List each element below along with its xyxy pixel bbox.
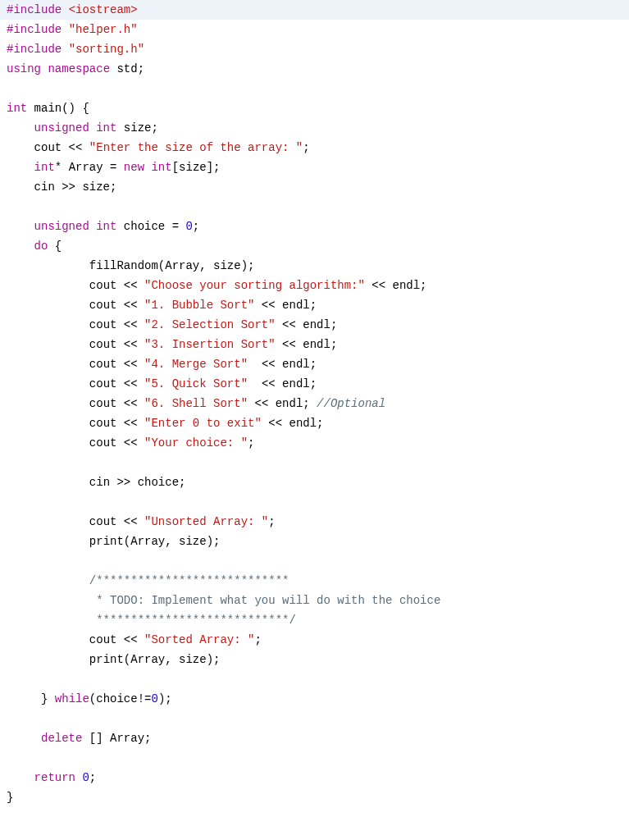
identifier: [size]; (172, 161, 221, 174)
code-line-23: cout << "Your choice: "; (0, 433, 629, 453)
code-line-3: #include "sorting.h" (0, 39, 629, 59)
code-line-blank (0, 709, 629, 728)
code-line-14: fillRandom(Array, size); (0, 256, 629, 276)
code-line-8: cout << "Enter the size of the array: "; (0, 138, 629, 158)
code-line-10: cin >> size; (0, 177, 629, 197)
code-line-blank (0, 197, 629, 217)
code-line-20: cout << "5. Quick Sort" << endl; (0, 374, 629, 394)
identifier: cout << (89, 279, 144, 292)
code-line-16: cout << "1. Bubble Sort" << endl; (0, 295, 629, 315)
code-line-38: delete [] Array; (0, 728, 629, 748)
keyword: new (124, 161, 152, 174)
string-literal: "4. Merge Sort" (144, 358, 248, 371)
code-line-17: cout << "2. Selection Sort" << endl; (0, 315, 629, 335)
keyword: do (34, 240, 55, 253)
identifier: (choice!= (89, 692, 152, 705)
keyword: while (55, 692, 89, 705)
identifier: print(Array, size); (89, 653, 221, 666)
preprocessor: #include (7, 3, 69, 16)
identifier: choice = (124, 220, 186, 233)
comment: * TODO: Implement what you will do with … (96, 594, 440, 607)
identifier: cout << (89, 358, 144, 371)
code-line-21: cout << "6. Shell Sort" << endl; //Optio… (0, 394, 629, 413)
code-line-27: cout << "Unsorted Array: "; (0, 512, 629, 532)
identifier: cout << (89, 338, 144, 351)
identifier: cout << (89, 417, 144, 430)
identifier: * Array = (55, 161, 124, 174)
identifier: cout << (89, 397, 144, 410)
code-block: #include <iostream> #include "helper.h" … (0, 0, 629, 807)
identifier: cout << (89, 515, 144, 528)
number-literal: 0 (151, 692, 157, 705)
comment: //Optional (317, 397, 385, 410)
identifier: fillRandom(Array, size); (89, 259, 255, 272)
identifier: cout << (89, 436, 144, 450)
code-line-30: /**************************** (0, 571, 629, 591)
code-line-25: cin >> choice; (0, 472, 629, 492)
string-literal: "Sorted Array: " (144, 633, 254, 646)
identifier: cout << (89, 633, 144, 646)
code-line-40: return 0; (0, 768, 629, 788)
include-target: "helper.h" (69, 23, 138, 36)
string-literal: "3. Insertion Sort" (144, 338, 276, 351)
code-line-32: ****************************/ (0, 610, 629, 630)
keyword: return (34, 771, 83, 784)
code-line-7: unsigned int size; (0, 118, 629, 138)
identifier: print(Array, size); (89, 535, 221, 548)
identifier: main() { (34, 102, 89, 115)
code-line-36: } while(choice!=0); (0, 689, 629, 709)
identifier: cin >> choice; (89, 476, 186, 489)
identifier: std; (116, 62, 144, 75)
identifier: cout << (34, 141, 89, 154)
code-line-6: int main() { (0, 98, 629, 118)
string-literal: "1. Bubble Sort" (144, 299, 254, 312)
code-line-blank (0, 748, 629, 768)
keyword: delete (41, 732, 89, 745)
code-line-blank (0, 79, 629, 98)
type: unsigned int (34, 220, 124, 233)
number-literal: 0 (185, 220, 192, 233)
code-line-19: cout << "4. Merge Sort" << endl; (0, 354, 629, 374)
code-line-33: cout << "Sorted Array: "; (0, 630, 629, 650)
keyword: namespace (48, 62, 116, 75)
code-line-blank (0, 492, 629, 512)
code-line-9: int* Array = new int[size]; (0, 158, 629, 177)
type: int (151, 161, 171, 174)
code-line-18: cout << "3. Insertion Sort" << endl; (0, 335, 629, 354)
code-line-blank (0, 669, 629, 689)
string-literal: "2. Selection Sort" (144, 318, 276, 331)
code-line-4: using namespace std; (0, 59, 629, 79)
code-line-22: cout << "Enter 0 to exit" << endl; (0, 413, 629, 433)
code-line-12: unsigned int choice = 0; (0, 217, 629, 236)
code-line-28: print(Array, size); (0, 532, 629, 551)
identifier: size; (124, 121, 158, 135)
keyword: using (7, 62, 48, 75)
code-line-41: } (0, 788, 629, 807)
string-literal: "6. Shell Sort" (144, 397, 248, 410)
string-literal: "Choose your sorting algorithm:" (144, 279, 365, 292)
comment: ****************************/ (96, 614, 296, 627)
identifier: [] Array; (89, 732, 152, 745)
code-line-13: do { (0, 236, 629, 256)
include-target: "sorting.h" (69, 43, 144, 56)
code-line-31: * TODO: Implement what you will do with … (0, 591, 629, 610)
code-line-15: cout << "Choose your sorting algorithm:"… (0, 276, 629, 295)
string-literal: "Your choice: " (144, 436, 248, 450)
code-line-blank (0, 551, 629, 571)
type: int (34, 161, 55, 174)
string-literal: "Enter 0 to exit" (144, 417, 262, 430)
string-literal: "5. Quick Sort" (144, 377, 248, 390)
code-line-1: #include <iostream> (0, 0, 629, 20)
code-line-2: #include "helper.h" (0, 20, 629, 39)
type: unsigned int (34, 121, 124, 135)
identifier: cout << (89, 318, 144, 331)
preprocessor: #include (7, 23, 69, 36)
string-literal: "Unsorted Array: " (144, 515, 268, 528)
identifier: cout << (89, 299, 144, 312)
identifier: cin >> size; (34, 180, 117, 194)
number-literal: 0 (82, 771, 89, 784)
code-line-blank (0, 453, 629, 472)
code-line-34: print(Array, size); (0, 650, 629, 669)
string-literal: "Enter the size of the array: " (89, 141, 303, 154)
comment: /**************************** (89, 574, 289, 587)
